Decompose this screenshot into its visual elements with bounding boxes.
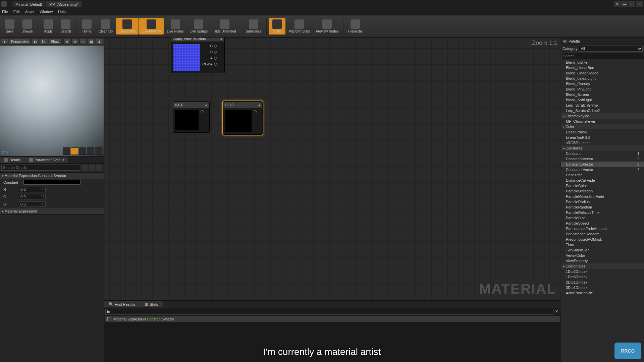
menu-help[interactable]: Help	[58, 10, 66, 14]
palette-item[interactable]: Blend_Lighten	[561, 60, 644, 65]
toolbar-hierarchy[interactable]: Hierarchy	[345, 18, 365, 35]
node-constant3vector-selected[interactable]: 0,0,0▴	[223, 101, 263, 135]
palette-item[interactable]: ParticleSpeed	[561, 221, 644, 226]
toolbar-clean-up[interactable]: Clean Up	[96, 18, 115, 35]
reset-icon[interactable]: ↺	[41, 202, 44, 206]
b-field[interactable]: 0.0↺	[19, 201, 46, 207]
palette-item[interactable]: 1Dto3DIndex	[561, 274, 644, 280]
search-icon[interactable]	[82, 165, 88, 171]
toolbar-connectors[interactable]: Connectors	[116, 18, 139, 35]
palette-item[interactable]: PerInstanceRandom	[561, 231, 644, 237]
chevron-up-icon[interactable]: ▴	[205, 103, 207, 107]
palette-item[interactable]: Constant1	[561, 151, 644, 156]
preview-shape-plane[interactable]	[79, 147, 86, 155]
chevron-up-icon[interactable]: ▴	[258, 103, 260, 107]
output-pin[interactable]	[214, 45, 217, 48]
toolbar-home[interactable]: Home	[78, 18, 95, 35]
palette-item[interactable]: ParticleRandom	[561, 204, 644, 210]
palette-item[interactable]: Lerp_ScratchGrime2	[561, 108, 644, 113]
toolbar-platform-stats[interactable]: Platform Stats	[286, 18, 313, 35]
tab-mm-aslearning[interactable]: MM_ASLearning*	[46, 1, 82, 7]
window-maximize-icon[interactable]: ☐	[629, 1, 635, 7]
output-pin[interactable]	[214, 51, 217, 54]
snap-icon[interactable]: ▦	[88, 39, 95, 45]
details-section-constant3vector[interactable]: Material Expression Constant 3Vector	[0, 172, 104, 179]
window-minimize-icon[interactable]: —	[621, 1, 628, 7]
details-section-material-expression[interactable]: Material Expression	[0, 208, 104, 215]
toolbar-save[interactable]: Save	[1, 18, 18, 35]
palette-item[interactable]: ParticleRelativeTime	[561, 210, 644, 215]
palette-item[interactable]: Blend_LinearDodge	[561, 70, 644, 76]
reset-icon[interactable]: ↺	[41, 187, 44, 191]
material-preview-viewport[interactable]: z↿x	[0, 46, 104, 156]
viewport-menu-icon[interactable]: ▾	[1, 39, 8, 45]
reset-icon[interactable]: ↺	[41, 195, 44, 199]
search-details-input[interactable]	[1, 165, 80, 171]
output-pin[interactable]	[214, 63, 217, 66]
preview-shape-cylinder[interactable]	[63, 147, 70, 155]
chevron-up-icon[interactable]: ▴	[220, 38, 222, 41]
constant-color-swatch[interactable]	[23, 180, 80, 185]
show-button[interactable]: Show	[49, 39, 62, 45]
palette-category[interactable]: Chromakeying	[561, 113, 644, 119]
toolbar-preview-nodes[interactable]: Preview Nodes	[313, 18, 341, 35]
eye-icon[interactable]	[96, 165, 102, 171]
palette-item[interactable]: ParticleColor	[561, 183, 644, 188]
palette-category[interactable]: Color	[561, 124, 644, 129]
lit-icon[interactable]: ◐	[32, 39, 39, 45]
scale-gizmo-icon[interactable]: ⤡	[79, 39, 87, 45]
palette-item[interactable]: MF_Chromakeyer	[561, 119, 644, 124]
tab-details[interactable]: Details	[0, 157, 25, 163]
toolbar-live-nodes[interactable]: Live Nodes	[164, 18, 186, 35]
output-pin[interactable]	[254, 110, 257, 113]
palette-item[interactable]: 2Dto1DIndex	[561, 280, 644, 285]
lit-button[interactable]: Lit	[40, 39, 48, 45]
palette-item[interactable]: PrecomputedAOMask	[561, 237, 644, 242]
rotate-gizmo-icon[interactable]: ⟳	[71, 39, 79, 45]
menu-file[interactable]: File	[2, 10, 8, 14]
palette-item[interactable]: ParticleMotionBlurFade	[561, 194, 644, 199]
palette-item[interactable]: Constant4Vector4	[561, 167, 644, 172]
palette-item[interactable]: VertexColor	[561, 253, 644, 258]
palette-item[interactable]: Time	[561, 242, 644, 247]
g-field[interactable]: 0.0↺	[19, 194, 46, 199]
preview-shape-sphere[interactable]	[71, 147, 78, 155]
tab-find-results[interactable]: 🔍Find Results	[104, 301, 140, 307]
palette-list[interactable]: Blend_LightenBlend_LinearBurnBlend_Linea…	[561, 60, 644, 362]
material-graph[interactable]: Zoom 1:1 MATERIAL Apply View MipBias▴ G …	[104, 38, 561, 300]
toolbar-apply[interactable]: Apply	[40, 18, 57, 35]
window-down-icon[interactable]: ▾	[614, 1, 621, 7]
palette-item[interactable]: Lerp_ScratchGrime	[561, 103, 644, 108]
output-pin[interactable]	[214, 57, 217, 60]
tab-minimal-default[interactable]: Minimal_Default	[12, 1, 45, 7]
palette-item[interactable]: ViewProperty	[561, 258, 644, 263]
palette-item[interactable]: ParticleDirection	[561, 188, 644, 194]
palette-item[interactable]: Constant2Vector2	[561, 156, 644, 162]
palette-item[interactable]: 1Dto2DIndex	[561, 269, 644, 274]
palette-item[interactable]: Blend_PinLight	[561, 86, 644, 92]
palette-item[interactable]: LinearTosRGB	[561, 135, 644, 140]
palette-item[interactable]: DeltaTime	[561, 172, 644, 178]
toolbar-browse[interactable]: Browse	[19, 18, 36, 35]
preview-shape-mesh[interactable]	[95, 147, 102, 155]
palette-item[interactable]: ParticleSize	[561, 215, 644, 221]
palette-item[interactable]: 3Dto1DIndex	[561, 285, 644, 290]
palette-item[interactable]: Desaturation	[561, 129, 644, 135]
perspective-button[interactable]: Perspective	[9, 39, 31, 45]
palette-category[interactable]: Constants	[561, 145, 644, 151]
palette-item[interactable]: TwoSidedSign	[561, 247, 644, 253]
view-options-icon[interactable]	[89, 165, 95, 171]
node-texture-sample[interactable]: Apply View MipBias▴ G B A RGBA	[171, 38, 225, 73]
find-input[interactable]	[105, 309, 553, 315]
palette-category[interactable]: Coordinates	[561, 263, 644, 269]
palette-item[interactable]: Constant3Vector3	[561, 162, 644, 167]
tab-parameter-defaults[interactable]: Parameter Default	[25, 157, 69, 163]
find-result-row[interactable]: Material Expression Constant3Vector	[105, 316, 560, 322]
palette-item[interactable]: ActorPositionWS	[561, 290, 644, 296]
r-field[interactable]: 0.0↺	[19, 187, 46, 192]
palette-item[interactable]: sRGBToLinear	[561, 140, 644, 145]
palette-item[interactable]: Blend_Screen	[561, 92, 644, 97]
palette-item[interactable]: DistanceCullFade	[561, 178, 644, 183]
toolbar-substance[interactable]: Substance	[243, 18, 264, 35]
camera-speed-icon[interactable]: ▮	[96, 39, 103, 45]
